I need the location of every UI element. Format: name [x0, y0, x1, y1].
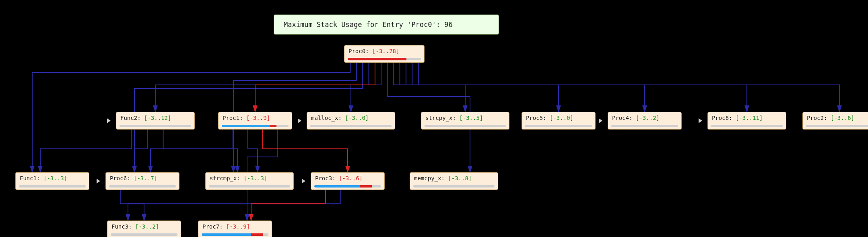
node-name: memcpy_x:: [414, 175, 448, 181]
edge: [151, 130, 233, 172]
node-name: strcmp_x:: [210, 175, 243, 181]
node-mallocx[interactable]: malloc_x: [-3..0]: [307, 112, 395, 130]
node-range: [-3..12]: [144, 115, 171, 121]
edge: [134, 130, 147, 172]
node-name: Proc8:: [712, 115, 736, 121]
edge: [255, 63, 375, 112]
usage-bar: [120, 125, 191, 127]
edge: [406, 63, 645, 112]
title-text: Maximum Stack Usage for Entry 'Proc0': 9…: [284, 21, 453, 29]
collapsed-indicator-icon[interactable]: [97, 179, 100, 183]
edge: [128, 190, 340, 221]
node-strcmpx[interactable]: strcmp_x: [-3..3]: [205, 172, 294, 190]
collapsed-indicator-icon[interactable]: [699, 118, 702, 123]
edge: [400, 63, 559, 112]
collapsed-indicator-icon[interactable]: [302, 179, 305, 183]
node-name: Proc3:: [315, 175, 339, 181]
edge: [251, 190, 326, 221]
usage-bar: [611, 125, 678, 127]
title-box: Maximum Stack Usage for Entry 'Proc0': 9…: [274, 14, 499, 35]
node-func2[interactable]: Func2: [-3..12]: [116, 112, 195, 130]
node-strcpyx[interactable]: strcpy_x: [-3..5]: [421, 112, 509, 130]
edge: [248, 130, 258, 172]
node-proc3[interactable]: Proc3: [-3..6]: [311, 172, 385, 190]
node-range: [-3..2]: [636, 115, 660, 121]
node-range: [-3..7]: [134, 175, 157, 181]
collapsed-indicator-icon[interactable]: [107, 118, 111, 123]
node-range: [-3..3]: [243, 175, 267, 181]
node-range: [-3..0]: [345, 115, 369, 121]
collapsed-indicator-icon[interactable]: [298, 118, 301, 123]
node-name: Func3:: [111, 223, 135, 230]
node-range: [-3..8]: [448, 175, 472, 181]
node-name: malloc_x:: [311, 115, 345, 121]
node-range: [-3..6]: [339, 175, 363, 181]
node-range: [-3..6]: [831, 115, 854, 121]
usage-bar: [525, 125, 592, 127]
node-proc4[interactable]: Proc4: [-3..2]: [608, 112, 682, 130]
usage-bar: [19, 185, 86, 188]
node-name: Proc2:: [807, 115, 831, 121]
usage-bar: [806, 125, 868, 127]
node-proc0[interactable]: Proc0: [-3..78]: [344, 45, 425, 63]
node-name: Proc7:: [202, 223, 226, 230]
node-range: [-3..2]: [135, 223, 159, 230]
edge: [351, 63, 381, 112]
node-range: [-3..11]: [736, 115, 763, 121]
node-name: Func2:: [120, 115, 144, 121]
node-memcpyx[interactable]: memcpy_x: [-3..8]: [410, 172, 498, 190]
edge: [262, 130, 348, 172]
collapsed-indicator-icon[interactable]: [599, 118, 602, 123]
node-name: Proc1:: [223, 115, 246, 121]
node-name: Proc5:: [526, 115, 550, 121]
usage-bar: [202, 233, 268, 236]
usage-bar: [222, 125, 289, 127]
node-range: [-3..9]: [226, 223, 250, 230]
node-proc1[interactable]: Proc1: [-3..9]: [218, 112, 292, 130]
edge: [394, 63, 465, 112]
usage-bar: [314, 185, 381, 188]
node-range: [-3..0]: [550, 115, 573, 121]
node-name: Func1:: [20, 175, 43, 181]
usage-bar: [209, 185, 290, 188]
node-name: Proc6:: [110, 175, 134, 181]
usage-bar: [425, 125, 506, 127]
usage-bar: [310, 125, 392, 127]
edge: [120, 190, 144, 221]
node-name: Proc4:: [612, 115, 636, 121]
edge: [40, 130, 132, 172]
usage-bar: [413, 185, 495, 188]
edge: [419, 63, 839, 112]
usage-bar: [711, 125, 783, 127]
node-proc2[interactable]: Proc2: [-3..6]: [802, 112, 868, 130]
node-proc7[interactable]: Proc7: [-3..9]: [198, 221, 272, 237]
edge: [412, 63, 747, 112]
node-proc8[interactable]: Proc8: [-3..11]: [707, 112, 786, 130]
call-graph-canvas: Maximum Stack Usage for Entry 'Proc0': 9…: [0, 0, 868, 237]
node-name: strcpy_x:: [425, 115, 459, 121]
edge: [155, 63, 369, 112]
usage-bar: [348, 58, 421, 60]
node-range: [-3..78]: [372, 48, 399, 54]
node-func1[interactable]: Func1: [-3..3]: [15, 172, 89, 190]
node-range: [-3..3]: [43, 175, 67, 181]
usage-bar: [109, 185, 176, 188]
node-range: [-3..5]: [459, 115, 483, 121]
node-proc5[interactable]: Proc5: [-3..0]: [522, 112, 596, 130]
edge: [163, 130, 237, 172]
node-proc6[interactable]: Proc6: [-3..7]: [105, 172, 179, 190]
node-name: Proc0:: [348, 48, 372, 54]
node-func3[interactable]: Func3: [-3..2]: [107, 221, 181, 237]
node-range: [-3..9]: [246, 115, 270, 121]
usage-bar: [111, 233, 177, 236]
